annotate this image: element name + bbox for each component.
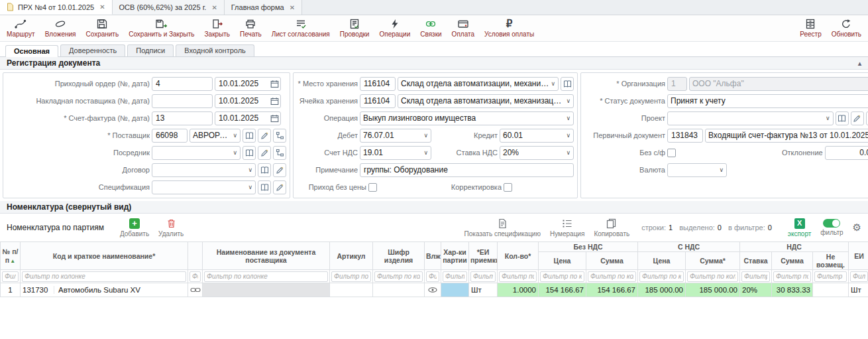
cell-product-code[interactable] xyxy=(373,283,425,297)
contract-select[interactable]: ∨ xyxy=(152,163,256,177)
close-icon[interactable]: ✕ xyxy=(290,4,295,11)
payment-terms-button[interactable]: ₽ Условия оплаты xyxy=(484,18,534,38)
filter-input[interactable] xyxy=(814,271,847,282)
correction-checkbox[interactable] xyxy=(504,183,512,192)
cell-select[interactable]: Склад отдела автоматизации, механизации … xyxy=(398,94,574,108)
cell-vat-sum[interactable]: 30 833.33 xyxy=(772,283,813,297)
registry-button[interactable]: Реестр xyxy=(800,18,822,38)
filter-input[interactable] xyxy=(499,271,537,282)
cell-attach[interactable] xyxy=(425,283,441,297)
payment-button[interactable]: Оплата xyxy=(452,18,474,38)
filter-input[interactable] xyxy=(374,271,423,282)
storage-select[interactable]: Склад отдела автоматизации, механизации … xyxy=(398,77,559,91)
filter-toggle[interactable]: фильтр xyxy=(820,219,843,236)
cell-price-no-vat[interactable]: 154 166.67 xyxy=(539,283,586,297)
edit-button[interactable] xyxy=(258,129,271,143)
credit-select[interactable]: 60.01 ∨ xyxy=(500,129,574,143)
tab-podpisi[interactable]: Подписи xyxy=(127,44,174,56)
filter-input[interactable] xyxy=(773,271,811,282)
filter-input[interactable] xyxy=(2,271,19,282)
open-card-button[interactable] xyxy=(243,146,256,160)
hierarchy-button[interactable] xyxy=(273,129,286,143)
cell-num[interactable]: 1 xyxy=(1,283,21,297)
refresh-button[interactable]: Обновить xyxy=(832,18,861,38)
currency-select[interactable]: ∨ xyxy=(667,163,727,177)
edit-button[interactable] xyxy=(851,111,864,125)
approval-sheet-button[interactable]: Лист согласования xyxy=(272,18,330,38)
col-header-vat-sum[interactable]: Сумма xyxy=(772,252,813,270)
filter-input[interactable] xyxy=(331,271,371,282)
mediator-select[interactable]: ∨ xyxy=(152,146,241,160)
nomenclature-section-header[interactable]: Номенклатура (свернутый вид) xyxy=(0,201,868,214)
cell-vat-rate[interactable]: 20% xyxy=(740,283,772,297)
org-select[interactable]: ООО "Альфа" ∨ xyxy=(689,77,868,91)
filter-input[interactable] xyxy=(588,271,636,282)
storage-code-input[interactable] xyxy=(360,77,396,91)
print-button[interactable]: Печать xyxy=(240,18,262,38)
order-number-input[interactable] xyxy=(152,77,213,91)
col-header-price-with-vat[interactable]: Цена xyxy=(638,252,686,270)
edit-button[interactable] xyxy=(258,146,271,160)
cell-article[interactable] xyxy=(330,283,373,297)
open-card-button[interactable] xyxy=(836,111,849,125)
save-and-close-button[interactable]: Сохранить и Закрыть xyxy=(129,18,194,38)
filter-input[interactable] xyxy=(741,271,770,282)
copy-button[interactable]: Копировать xyxy=(594,218,629,237)
col-header-receive-unit[interactable]: *ЕИ приемки xyxy=(469,242,498,270)
filter-input[interactable] xyxy=(443,271,467,282)
filter-input[interactable] xyxy=(540,271,584,282)
close-icon[interactable]: ✕ xyxy=(99,3,105,11)
primary-doc-select[interactable]: Входящий счет-фактура №13 от 10.01.2025 … xyxy=(705,129,868,143)
col-header-price-no-vat[interactable]: Цена xyxy=(539,252,586,270)
cell-sum-with-vat[interactable]: 185 000.00 xyxy=(686,283,740,297)
col-header-qty[interactable]: Кол-во* xyxy=(498,242,539,270)
collapse-icon[interactable]: ▴ xyxy=(858,60,861,67)
filter-input[interactable] xyxy=(204,271,328,282)
col-header-supplier-doc-name[interactable]: Наименование из документа поставщика xyxy=(203,242,330,270)
doc-tab-prh[interactable]: ПРХ №4 от 10.01.2025 ✕ xyxy=(0,0,113,15)
primary-doc-code-input[interactable] xyxy=(667,129,703,143)
supplier-select[interactable]: АВРОРА ООО ∨ xyxy=(190,129,241,143)
cell-price-with-vat[interactable]: 185 000.00 xyxy=(638,283,686,297)
open-card-button[interactable] xyxy=(561,77,574,91)
operation-select[interactable]: Выкуп лизингового имущества ∨ xyxy=(360,111,574,125)
numbering-button[interactable]: Нумерация xyxy=(550,218,584,237)
links-button[interactable]: Связки xyxy=(420,18,441,38)
registration-section-header[interactable]: Регистрация документа ▴ xyxy=(0,57,868,70)
cell-code-name[interactable]: 131730 Автомобиль Subaru XV xyxy=(21,283,188,297)
cell-code-input[interactable] xyxy=(360,94,396,108)
project-select[interactable]: ∨ xyxy=(667,111,834,125)
vat-account-select[interactable]: 19.01 ∨ xyxy=(360,146,431,160)
open-card-button[interactable] xyxy=(258,163,271,177)
calendar-icon[interactable] xyxy=(270,97,279,105)
attachments-button[interactable]: Вложения xyxy=(45,18,76,38)
close-icon[interactable]: ✕ xyxy=(211,4,217,11)
note-input[interactable] xyxy=(360,163,574,177)
col-header-article[interactable]: Артикул xyxy=(330,242,373,270)
col-header-sum-with-vat[interactable]: Сумма* xyxy=(686,252,740,270)
route-button[interactable]: Маршрут xyxy=(7,18,35,38)
doc-tab-osv[interactable]: ОСВ (60%,62%) за 2025 г. ✕ xyxy=(113,0,225,15)
open-card-button[interactable] xyxy=(243,129,256,143)
cell-link[interactable] xyxy=(188,283,203,297)
no-invoice-checkbox[interactable] xyxy=(667,149,676,157)
doc-tab-main-form[interactable]: Главная форма ✕ xyxy=(225,0,302,15)
invoice-number-input[interactable] xyxy=(152,111,213,125)
status-select[interactable]: Принят к учету ∨ xyxy=(667,94,868,108)
cell-sum-no-vat[interactable]: 154 166.67 xyxy=(586,283,638,297)
save-button[interactable]: Сохранить xyxy=(85,18,119,38)
delete-row-button[interactable]: Удалить xyxy=(158,218,184,237)
col-header-vat-non-refund[interactable]: Не возмещ. xyxy=(813,252,849,270)
deviation-input[interactable] xyxy=(825,146,868,160)
col-header-sum-no-vat[interactable]: Сумма xyxy=(586,252,638,270)
filter-input[interactable] xyxy=(22,271,186,282)
col-header-link[interactable] xyxy=(188,242,203,270)
waybill-number-input[interactable] xyxy=(152,94,213,108)
gear-icon[interactable]: ⚙ xyxy=(853,222,861,234)
col-header-num[interactable]: № п/п▲ xyxy=(1,242,21,270)
col-header-attach[interactable]: Влж xyxy=(425,242,441,270)
col-header-product-code[interactable]: Шифр изделия xyxy=(373,242,425,270)
close-button[interactable]: Закрыть xyxy=(205,18,231,38)
calendar-icon[interactable] xyxy=(270,114,279,123)
supplier-code-input[interactable] xyxy=(152,129,188,143)
